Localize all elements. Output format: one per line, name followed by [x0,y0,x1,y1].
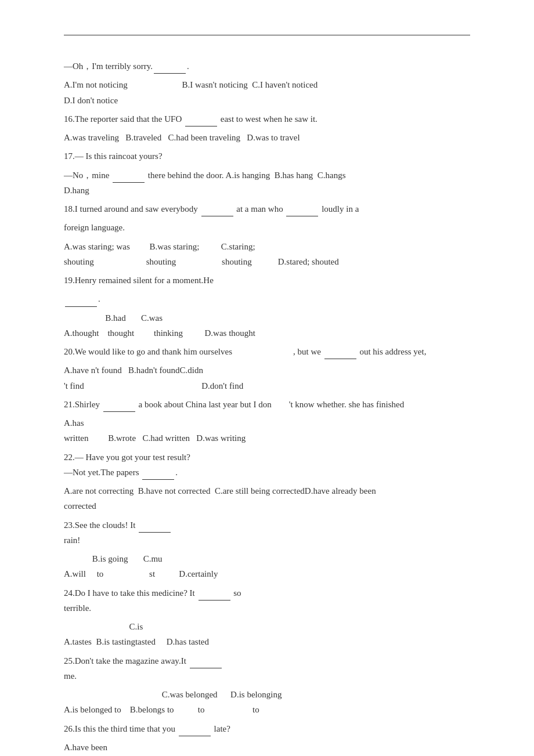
q24-options: C.is A.tastes B.is tastingtasted D.has t… [64,619,470,650]
q18-cont: foreign language. [64,220,470,235]
q17-sub: —No，mine there behind the door. A.is han… [64,168,470,198]
q22-options: A.are not correcting B.have not correcte… [64,483,470,514]
top-line [64,35,470,35]
q22: 22.— Have you got your test result? —Not… [64,450,470,480]
intro-question: —Oh，I'm terribly sorry.. [64,59,470,74]
q23-options: B.is going C.mu A.will to st D.certainly [64,551,470,582]
q25: 25.Don't take the magazine away.It me. [64,653,470,684]
q18: 18.I turned around and saw everybody at … [64,201,470,216]
intro-text: —Oh，I'm terribly sorry.. [64,62,189,71]
q17: 17.— Is this raincoat yours? [64,149,470,164]
q18-options: A.was staring; was B.was staring; C.star… [64,239,470,270]
q21-options: A.has written B.wrote C.had written D.wa… [64,415,470,446]
q16: 16.The reporter said that the UFO east t… [64,111,470,126]
q26-options: A.have been B.am C.was D.had been [64,740,470,756]
q24: 24.Do I have to take this medicine? It s… [64,585,470,616]
q19-options: B.had C.was A.thought thought thinking D… [64,310,470,341]
q19-cont: . [64,291,470,306]
q21: 21.Shirley a book about China last year … [64,397,470,412]
q16-options: A.was traveling B.traveled C.had been tr… [64,130,470,145]
q20-options: A.have n't found B.hadn't foundC.didn 't… [64,363,470,393]
q19: 19.Henry remained silent for a moment.He [64,273,470,288]
q26: 26.Is this the third time that you late? [64,721,470,736]
content-area: —Oh，I'm terribly sorry.. A.I'm not notic… [64,59,470,756]
q20: 20.We would like to go and thank him our… [64,344,470,359]
q25-options: C.was belonged D.is belonging A.is belon… [64,687,470,718]
intro-options: A.I'm not noticing B.I wasn't noticing C… [64,77,470,108]
q23: 23.See the clouds! It rain! [64,518,470,548]
